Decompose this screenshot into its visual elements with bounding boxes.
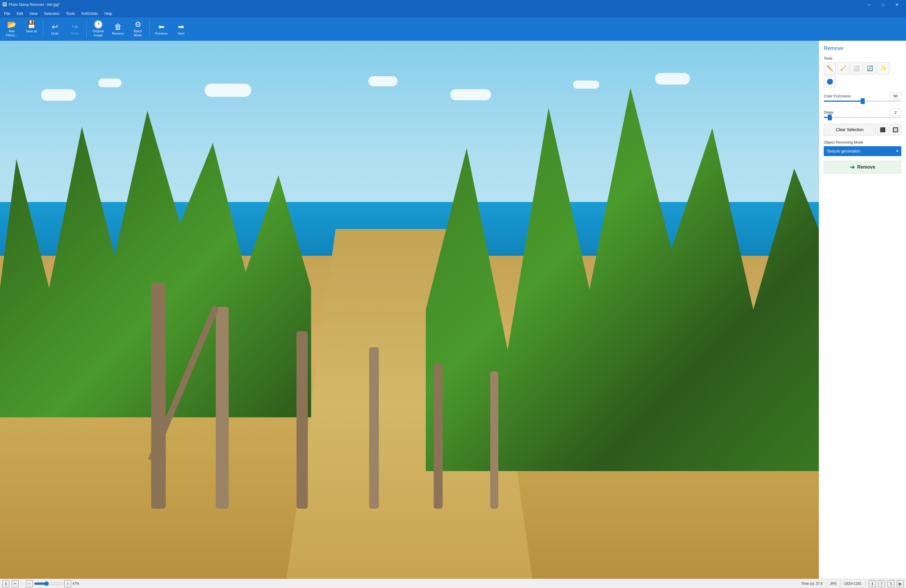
add-files-button[interactable]: 📂 AddFile(s)... xyxy=(2,19,21,39)
eraser-tool-button[interactable]: 🧹 xyxy=(837,62,849,75)
dilate-slider-track xyxy=(824,117,901,118)
right-panel: Remove Tools ✏️ 🧹 ⬜ 🔄 xyxy=(819,41,906,579)
next-label: Next xyxy=(178,32,185,35)
magic-wand-button[interactable]: ✨ xyxy=(877,62,889,75)
dilate-value: 2 xyxy=(890,109,901,116)
cloud-6 xyxy=(573,81,599,89)
save-as-icon: 💾 xyxy=(27,21,36,28)
remove-arrow-icon: ➜ xyxy=(850,164,855,171)
next-button[interactable]: ➡ Next xyxy=(172,19,190,39)
redo-label: Redo xyxy=(71,32,78,35)
stamp-icon: 🔵 xyxy=(826,78,833,85)
object-removing-label: Object Removing Mode xyxy=(824,140,901,145)
info-button[interactable]: ℹ xyxy=(2,580,9,587)
redo-button[interactable]: ↪ Redo xyxy=(65,19,84,39)
selection-btns-row: Clear Selection ⬛ 🔲 xyxy=(824,124,901,135)
beach-scene xyxy=(0,41,819,579)
undo-button[interactable]: ↩ Undo xyxy=(46,19,64,39)
select-outside-button[interactable]: 🔲 xyxy=(890,124,901,135)
menu-softorbits[interactable]: SoftOrbits xyxy=(78,10,101,17)
previous-button[interactable]: ⬅ Previous xyxy=(152,19,171,39)
color-fuzziness-slider-track xyxy=(824,100,901,102)
dilate-thumb[interactable] xyxy=(828,115,832,120)
cloud-1 xyxy=(41,89,76,101)
youtube-button[interactable]: ▶ xyxy=(897,580,904,587)
original-image-button[interactable]: 🕐 OriginalImage xyxy=(89,19,108,39)
maximize-button[interactable]: □ xyxy=(876,0,890,9)
toolbar-sep-2 xyxy=(86,20,87,38)
object-removing-dropdown[interactable]: Texture generation xyxy=(824,146,901,156)
select-inside-icon: ⬛ xyxy=(880,127,886,132)
clear-selection-label: Clear Selection xyxy=(836,127,863,132)
color-fuzziness-section: Color Fuzziness 50 xyxy=(824,91,901,104)
facebook-button[interactable]: f xyxy=(878,580,885,587)
dilate-slider-container[interactable] xyxy=(824,117,901,118)
menu-edit[interactable]: Edit xyxy=(14,10,26,17)
undo-label: Undo xyxy=(51,32,59,35)
save-as-button[interactable]: 💾 Save as... xyxy=(22,19,41,39)
cloud-4 xyxy=(368,76,397,86)
redo-icon: ↪ xyxy=(72,23,78,30)
original-image-label: OriginalImage xyxy=(93,29,104,37)
object-removing-section: Object Removing Mode Texture generation … xyxy=(824,139,901,156)
zoom-controls: ─ + 47% xyxy=(26,580,80,587)
select-outside-icon: 🔲 xyxy=(893,127,898,132)
minimize-button[interactable]: ─ xyxy=(862,0,876,9)
title-bar: 🖼 Photo Stamp Remover - thin.jpg* ─ □ ✕ xyxy=(0,0,906,9)
status-right: Time (s): 37.6 JPG 1920×1281 ℹ f 𝕏 ▶ xyxy=(801,580,904,587)
brush-icon: ✏️ xyxy=(826,65,833,72)
zoom-slider[interactable] xyxy=(34,581,63,586)
menu-selection[interactable]: Selection xyxy=(41,10,62,17)
app-title: Photo Stamp Remover - thin.jpg* xyxy=(9,3,60,7)
menu-file[interactable]: File xyxy=(1,10,13,17)
undo-icon: ↩ xyxy=(52,23,58,30)
batch-mode-icon: ⚙ xyxy=(135,21,141,28)
tools-row: ✏️ 🧹 ⬜ 🔄 ✨ 🔵 xyxy=(824,62,901,88)
batch-mode-label: BatchMode xyxy=(134,29,142,37)
menu-view[interactable]: View xyxy=(27,10,40,17)
toolbar: 📂 AddFile(s)... 💾 Save as... ↩ Undo ↪ Re… xyxy=(0,18,906,41)
save-as-label: Save as... xyxy=(26,29,37,37)
rect-select-icon: ⬜ xyxy=(853,65,860,72)
twitter-button[interactable]: 𝕏 xyxy=(887,580,894,587)
batch-mode-button[interactable]: ⚙ BatchMode xyxy=(129,19,147,39)
zoom-value: 47% xyxy=(72,582,80,586)
eraser-icon: 🧹 xyxy=(840,65,846,72)
status-sep-4 xyxy=(865,581,865,586)
cloud-2 xyxy=(98,78,121,87)
color-fuzziness-slider-container[interactable] xyxy=(824,100,901,102)
remove-toolbar-button[interactable]: 🗑 Remove xyxy=(109,19,128,39)
panel-title: Remove xyxy=(824,45,901,51)
color-fuzziness-thumb[interactable] xyxy=(861,98,865,104)
remove-button[interactable]: ➜ Remove xyxy=(824,161,901,174)
lasso-select-button[interactable]: 🔄 xyxy=(864,62,876,75)
clouds xyxy=(0,68,819,175)
dilate-section: Dilate 2 xyxy=(824,108,901,120)
time-label: Time (s): 37.6 xyxy=(801,582,823,586)
canvas-area[interactable] xyxy=(0,41,819,579)
remove-toolbar-icon: 🗑 xyxy=(114,23,122,30)
menu-tools[interactable]: Tools xyxy=(63,10,78,17)
original-image-icon: 🕐 xyxy=(94,21,103,28)
toolbar-sep-1 xyxy=(43,20,43,38)
status-bar: ℹ ✂ ─ + 47% Time (s): 37.6 JPG 1920×1281… xyxy=(0,579,906,588)
zoom-minus-button[interactable]: ─ xyxy=(26,580,33,587)
rect-select-button[interactable]: ⬜ xyxy=(850,62,863,75)
stamp-tool-button[interactable]: 🔵 xyxy=(824,76,836,88)
info2-button[interactable]: ℹ xyxy=(869,580,876,587)
clear-selection-button[interactable]: Clear Selection xyxy=(824,124,876,135)
dilate-label: Dilate xyxy=(824,110,887,115)
add-files-label: AddFile(s)... xyxy=(6,29,18,37)
status-sep-3 xyxy=(840,581,841,586)
crop-button[interactable]: ✂ xyxy=(12,580,19,587)
magic-wand-icon: ✨ xyxy=(880,65,887,72)
remove-label: Remove xyxy=(857,164,875,170)
lasso-icon: 🔄 xyxy=(867,65,873,72)
menu-help[interactable]: Help xyxy=(102,10,115,17)
zoom-plus-button[interactable]: + xyxy=(64,580,71,587)
brush-tool-button[interactable]: ✏️ xyxy=(824,62,836,75)
close-button[interactable]: ✕ xyxy=(890,0,904,9)
menu-bar: File Edit View Selection Tools SoftOrbit… xyxy=(0,9,906,18)
select-inside-button[interactable]: ⬛ xyxy=(877,124,888,135)
tools-section: Tools ✏️ 🧹 ⬜ 🔄 xyxy=(824,56,901,88)
